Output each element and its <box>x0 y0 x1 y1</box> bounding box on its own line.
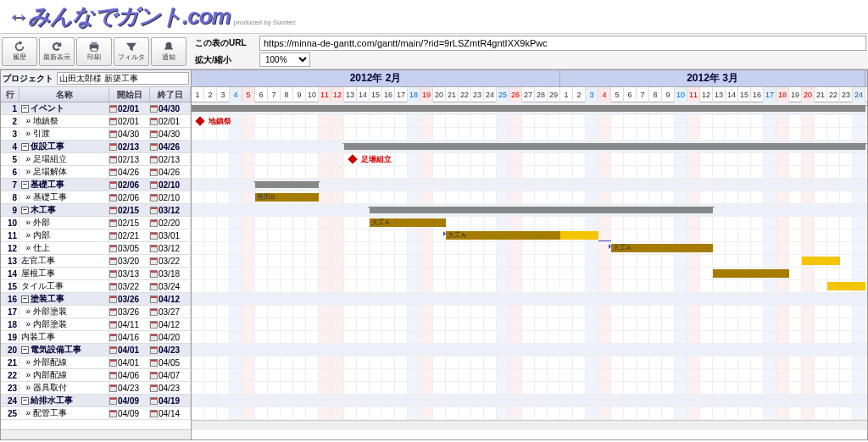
gantt-bar[interactable] <box>370 207 713 213</box>
chart-row[interactable] <box>192 141 867 153</box>
calendar-icon[interactable] <box>150 359 158 367</box>
calendar-icon[interactable] <box>150 397 158 405</box>
collapse-icon[interactable]: − <box>21 397 29 405</box>
chart-row[interactable] <box>192 369 867 382</box>
calendar-icon[interactable] <box>150 232 158 240</box>
calendar-icon[interactable] <box>150 410 158 417</box>
calendar-icon[interactable] <box>150 156 158 163</box>
chart-row[interactable] <box>192 102 867 115</box>
calendar-icon[interactable] <box>109 257 117 265</box>
task-row[interactable]: 18 » 内部塗装 04/11 04/12 <box>1 318 191 331</box>
calendar-icon[interactable] <box>150 321 158 329</box>
calendar-icon[interactable] <box>150 194 158 202</box>
calendar-icon[interactable] <box>109 334 117 341</box>
collapse-icon[interactable]: − <box>21 207 29 214</box>
task-row[interactable]: 13 左官工事 03/20 03/22 <box>1 255 191 268</box>
notify-button[interactable]: 通知 <box>151 37 186 66</box>
calendar-icon[interactable] <box>150 169 158 176</box>
task-row[interactable]: 17 » 外部塗装 03/26 03/27 <box>1 306 191 318</box>
calendar-icon[interactable] <box>150 245 158 252</box>
calendar-icon[interactable] <box>150 257 158 265</box>
chart-row[interactable] <box>192 268 867 280</box>
task-row[interactable]: 22 » 内部配線 04/06 04/07 <box>1 369 191 382</box>
calendar-icon[interactable] <box>109 410 117 417</box>
chart-row[interactable] <box>192 179 867 191</box>
calendar-icon[interactable] <box>109 359 117 367</box>
calendar-icon[interactable] <box>109 296 117 303</box>
gantt-bar[interactable] <box>255 181 319 188</box>
chart-row[interactable]: 大工A <box>192 229 867 242</box>
calendar-icon[interactable] <box>109 207 117 214</box>
calendar-icon[interactable] <box>109 169 117 176</box>
calendar-icon[interactable] <box>150 143 158 151</box>
collapse-icon[interactable]: − <box>21 296 29 303</box>
calendar-icon[interactable] <box>150 130 158 138</box>
calendar-icon[interactable] <box>150 270 158 278</box>
calendar-icon[interactable] <box>109 308 117 316</box>
right-scroll[interactable] <box>192 420 867 430</box>
task-row[interactable]: 5 » 足場組立 02/13 02/13 <box>1 153 191 166</box>
task-row[interactable]: 8 » 基礎工事 02/06 02/10 <box>1 191 191 204</box>
calendar-icon[interactable] <box>109 372 117 379</box>
task-row[interactable]: 9 −木工事 02/15 03/12 <box>1 204 191 217</box>
chart-row[interactable] <box>192 280 867 293</box>
chart-row[interactable] <box>192 318 867 331</box>
calendar-icon[interactable] <box>150 308 158 316</box>
calendar-icon[interactable] <box>150 283 158 290</box>
task-row[interactable]: 20 −電気設備工事 04/01 04/23 <box>1 344 191 356</box>
calendar-icon[interactable] <box>150 207 158 214</box>
chart-row[interactable] <box>192 382 867 395</box>
calendar-icon[interactable] <box>109 156 117 163</box>
collapse-icon[interactable]: − <box>21 346 29 354</box>
calendar-icon[interactable] <box>109 245 117 252</box>
task-row[interactable]: 19 内装工事 04/16 04/20 <box>1 331 191 344</box>
task-row[interactable]: 1 −イベント 02/01 04/30 <box>1 102 191 115</box>
calendar-icon[interactable] <box>109 283 117 290</box>
gantt-bar[interactable] <box>802 257 840 265</box>
calendar-icon[interactable] <box>109 143 117 151</box>
chart-row[interactable] <box>192 344 867 356</box>
gantt-bar[interactable] <box>192 105 865 112</box>
chart-row[interactable] <box>192 306 867 318</box>
chart-row[interactable] <box>192 395 867 407</box>
print-button[interactable]: 印刷 <box>76 37 112 66</box>
chart-row[interactable] <box>192 166 867 179</box>
filter-button[interactable]: フィルタ <box>114 37 149 66</box>
task-row[interactable]: 21 » 外部配線 04/01 04/05 <box>1 356 191 369</box>
chart-row[interactable] <box>192 128 867 141</box>
task-row[interactable]: 25 » 配管工事 04/09 04/14 <box>1 407 191 420</box>
calendar-icon[interactable] <box>109 219 117 227</box>
gantt-bar-ext[interactable] <box>560 231 598 240</box>
task-row[interactable]: 15 タイル工事 03/22 03/24 <box>1 280 191 293</box>
task-row[interactable]: 10 » 外部 02/15 02/20 <box>1 217 191 229</box>
gantt-bar[interactable] <box>344 143 865 150</box>
task-row[interactable]: 6 » 足場解体 04/26 04/26 <box>1 166 191 179</box>
chart-row[interactable] <box>192 407 867 420</box>
calendar-icon[interactable] <box>150 296 158 303</box>
calendar-icon[interactable] <box>150 105 158 113</box>
chart-row[interactable]: 地鎮祭 <box>192 115 867 128</box>
task-row[interactable]: 23 » 器具取付 04/23 04/23 <box>1 382 191 395</box>
calendar-icon[interactable] <box>109 194 117 202</box>
calendar-icon[interactable] <box>109 181 117 189</box>
task-row[interactable]: 16 −塗装工事 03/26 04/12 <box>1 293 191 306</box>
calendar-icon[interactable] <box>150 181 158 189</box>
task-row[interactable]: 24 −給排水工事 04/09 04/19 <box>1 395 191 407</box>
collapse-icon[interactable]: − <box>21 181 29 189</box>
gantt-bar[interactable] <box>827 282 865 290</box>
collapse-icon[interactable]: − <box>21 105 29 113</box>
task-row[interactable]: 4 −仮設工事 02/13 04/26 <box>1 141 191 153</box>
zoom-select[interactable]: 100% <box>259 52 310 67</box>
chart-row[interactable]: 大工A <box>192 217 867 229</box>
history-button[interactable]: 履歴 <box>2 37 37 66</box>
task-row[interactable]: 7 −基礎工事 02/06 02/10 <box>1 179 191 191</box>
task-rows[interactable]: 1 −イベント 02/01 04/302 » 地鎮祭 02/01 02/013 … <box>1 102 191 429</box>
milestone-icon[interactable] <box>195 116 204 125</box>
left-scroll[interactable] <box>1 429 191 439</box>
chart-row[interactable] <box>192 204 867 217</box>
chart-area[interactable]: 地鎮祭足場組立熊田B大工A大工A大工A <box>192 102 867 420</box>
gantt-bar[interactable] <box>713 269 789 278</box>
calendar-icon[interactable] <box>150 334 158 341</box>
chart-row[interactable] <box>192 356 867 369</box>
chart-row[interactable]: 大工A <box>192 242 867 255</box>
